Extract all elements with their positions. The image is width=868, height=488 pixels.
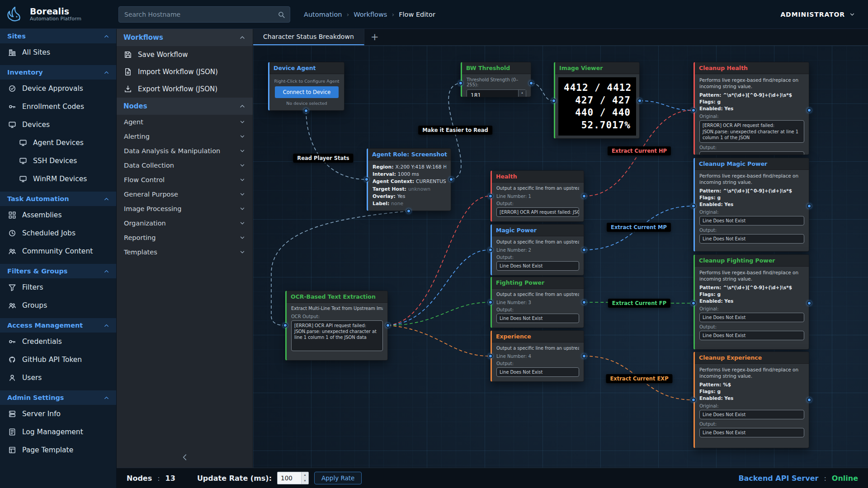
export-workflow-json-button[interactable]: Export Workflow (JSON) xyxy=(117,80,253,98)
connector-port[interactable] xyxy=(807,398,811,402)
connector-port[interactable] xyxy=(807,204,811,208)
sidebar-item-server-info[interactable]: Server Info xyxy=(0,405,116,423)
connector-port[interactable] xyxy=(386,323,390,328)
sidebar-item-groups[interactable]: Groups xyxy=(0,296,116,314)
node-category-alerting[interactable]: Alerting xyxy=(117,129,253,144)
sidebar-item-github-api-token[interactable]: GitHub API Token xyxy=(0,351,116,369)
tab-character-status-breakdown[interactable]: Character Status Breakdown xyxy=(253,29,364,45)
original-box[interactable]: Line Does Not Exist xyxy=(699,313,804,322)
node-fighting-power[interactable]: Fighting Power Output a specific line fr… xyxy=(491,277,584,328)
sidebar-item-scheduled-jobs[interactable]: Scheduled Jobs xyxy=(0,224,116,242)
connector-port[interactable] xyxy=(364,177,369,182)
threshold-input[interactable]: 181 ▴▾ xyxy=(467,89,526,97)
connector-port[interactable] xyxy=(406,209,411,213)
collapse-panel-icon[interactable] xyxy=(181,453,189,461)
sidebar-section-inventory[interactable]: Inventory xyxy=(0,65,116,80)
output-box[interactable]: Line Does Not Exist xyxy=(699,234,804,244)
node-category-templates[interactable]: Templates xyxy=(117,245,253,259)
node-ocr-text-extraction[interactable]: OCR-Based Text Extraction Extract Multi-… xyxy=(285,291,388,361)
connector-port[interactable] xyxy=(807,301,811,305)
connector-port[interactable] xyxy=(529,81,533,85)
sidebar-item-device-approvals[interactable]: Device Approvals xyxy=(0,80,116,98)
user-menu[interactable]: ADMINISTRATOR xyxy=(780,11,868,18)
node-category-agent[interactable]: Agent xyxy=(117,115,253,129)
ocr-output-box[interactable]: [ERROR] OCR API request failed: JSON.par… xyxy=(291,320,383,351)
node-magic-power[interactable]: Magic Power Output a specific line from … xyxy=(491,224,584,276)
connector-port[interactable] xyxy=(691,398,696,402)
node-device-agent[interactable]: Device Agent Right-Click to Configure Ag… xyxy=(268,62,344,111)
output-box[interactable]: Line Does Not Exist xyxy=(699,428,804,437)
sidebar-item-users[interactable]: Users xyxy=(0,369,116,387)
sidebar-item-devices[interactable]: Devices xyxy=(0,116,116,134)
connector-port[interactable] xyxy=(449,177,453,182)
sidebar-item-winrm-devices[interactable]: WinRM Devices xyxy=(0,170,116,188)
node-category-data-collection[interactable]: Data Collection xyxy=(117,158,253,173)
output-box[interactable]: Line Does Not Exist xyxy=(496,261,579,271)
node-category-image-processing[interactable]: Image Processing xyxy=(117,202,253,216)
node-cleanup-fighting-power[interactable]: Cleanup Fighting Power Performs live reg… xyxy=(693,254,809,350)
connector-port[interactable] xyxy=(807,108,811,113)
sidebar-item-ssh-devices[interactable]: SSH Devices xyxy=(0,152,116,170)
node-category-general-purpose[interactable]: General Purpose xyxy=(117,187,253,202)
output-box[interactable]: [ERROR] OCR API request failed: JSON.par… xyxy=(496,207,579,217)
sidebar-section-filters-groups[interactable]: Filters & Groups xyxy=(0,264,116,278)
connector-port[interactable] xyxy=(691,204,696,208)
apply-rate-button[interactable]: Apply Rate xyxy=(314,472,362,484)
output-box[interactable]: Line Does Not Exist xyxy=(699,331,804,340)
sidebar-section-sites[interactable]: Sites xyxy=(0,29,116,43)
sidebar-item-agent-devices[interactable]: Agent Devices xyxy=(0,134,116,152)
spinner-buttons[interactable]: ▴▾ xyxy=(301,472,308,484)
breadcrumb-item-flow-editor[interactable]: Flow Editor xyxy=(399,11,435,18)
import-workflow-json-button[interactable]: Import Workflow (JSON) xyxy=(117,63,253,80)
connector-port[interactable] xyxy=(582,354,586,358)
connector-port[interactable] xyxy=(637,99,642,103)
connector-port[interactable] xyxy=(582,248,586,252)
node-health[interactable]: Health Output a specific line from an up… xyxy=(491,170,584,222)
sidebar-item-credentials[interactable]: Credentials xyxy=(0,333,116,351)
sidebar-item-assemblies[interactable]: Assemblies xyxy=(0,206,116,224)
sidebar-item-enrollment-codes[interactable]: Enrollment Codes xyxy=(0,98,116,116)
node-image-viewer[interactable]: Image Viewer 4412 / 4412 427 / 427 440 /… xyxy=(554,62,640,139)
node-experience[interactable]: Experience Output a specific line from a… xyxy=(491,330,584,382)
sidebar-section-admin-settings[interactable]: Admin Settings xyxy=(0,390,116,405)
original-box[interactable]: Line Does Not Exist xyxy=(699,216,804,225)
connect-to-device-button[interactable]: Connect to Device xyxy=(275,86,339,98)
update-rate-input[interactable]: 100 ▴▾ xyxy=(277,472,309,484)
node-bw-threshold[interactable]: BW Threshold Threshold Strength (0–255):… xyxy=(461,62,531,97)
spinner-buttons[interactable]: ▴▾ xyxy=(518,90,526,97)
node-agent-screenshot[interactable]: Agent Role: Screenshot Region:X:200 Y:41… xyxy=(367,148,451,211)
breadcrumb-item-automation[interactable]: Automation xyxy=(304,11,342,18)
sidebar-section-access-management[interactable]: Access Management xyxy=(0,318,116,333)
connector-port[interactable] xyxy=(488,194,493,198)
nodes-section-header[interactable]: Nodes xyxy=(117,98,253,115)
node-category-flow-control[interactable]: Flow Control xyxy=(117,173,253,187)
new-tab-button[interactable]: + xyxy=(364,29,385,45)
node-category-organization[interactable]: Organization xyxy=(117,216,253,230)
original-box[interactable]: Line Does Not Exist xyxy=(699,410,804,419)
output-box[interactable]: Line Does Not Exist xyxy=(496,367,579,377)
node-category-data-analysis-manipulation[interactable]: Data Analysis & Manipulation xyxy=(117,144,253,158)
connector-port[interactable] xyxy=(552,99,556,103)
save-workflow-button[interactable]: Save Workflow xyxy=(117,46,253,63)
sidebar-item-log-management[interactable]: Log Management xyxy=(0,423,116,441)
node-category-reporting[interactable]: Reporting xyxy=(117,230,253,245)
original-box[interactable]: [ERROR] OCR API request failed: JSON.par… xyxy=(699,120,804,143)
flow-canvas[interactable]: Device Agent Right-Click to Configure Ag… xyxy=(253,46,868,468)
connector-port[interactable] xyxy=(488,248,493,252)
connector-port[interactable] xyxy=(582,300,586,305)
connector-port[interactable] xyxy=(283,323,288,328)
sidebar-section-task-automation[interactable]: Task Automation xyxy=(0,192,116,206)
node-cleanup-magic-power[interactable]: Cleanup Magic Power Performs live regex-… xyxy=(693,158,809,252)
sidebar-item-all-sites[interactable]: All Sites xyxy=(0,43,116,61)
connector-port[interactable] xyxy=(458,81,463,85)
output-box[interactable]: Line Does Not Exist xyxy=(496,314,579,323)
connector-port[interactable] xyxy=(582,194,586,198)
workflows-section-header[interactable]: Workflows xyxy=(117,29,253,46)
sidebar-item-page-template[interactable]: Page Template xyxy=(0,441,116,459)
connector-port[interactable] xyxy=(304,108,308,113)
node-cleanup-experience[interactable]: Cleanup Experience Performs live regex-b… xyxy=(693,352,809,448)
node-cleanup-health[interactable]: Cleanup Health Performs live regex-based… xyxy=(693,62,809,155)
sidebar-item-community-content[interactable]: Community Content xyxy=(0,242,116,260)
connector-port[interactable] xyxy=(488,300,493,305)
breadcrumb-item-workflows[interactable]: Workflows xyxy=(354,11,387,18)
